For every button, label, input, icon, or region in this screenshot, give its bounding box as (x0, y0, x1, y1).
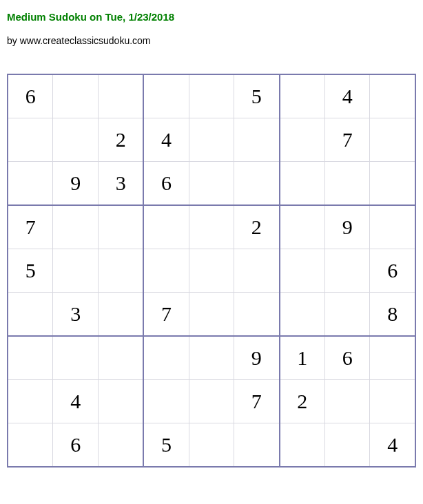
sudoku-cell[interactable] (325, 380, 370, 423)
sudoku-cell[interactable]: 6 (8, 74, 53, 118)
sudoku-cell[interactable]: 7 (325, 118, 370, 162)
sudoku-cell[interactable] (280, 74, 325, 118)
sudoku-cell[interactable] (234, 423, 280, 468)
sudoku-cell[interactable] (325, 293, 370, 337)
sudoku-cell[interactable] (143, 380, 189, 423)
sudoku-cell[interactable]: 9 (325, 205, 370, 249)
sudoku-cell[interactable] (280, 249, 325, 293)
sudoku-cell[interactable] (325, 249, 370, 293)
sudoku-cell[interactable]: 6 (325, 336, 370, 380)
sudoku-cell[interactable]: 6 (370, 249, 415, 293)
sudoku-cell[interactable] (325, 423, 370, 468)
sudoku-cell[interactable]: 7 (234, 380, 280, 423)
sudoku-cell[interactable] (143, 205, 189, 249)
sudoku-cell[interactable] (98, 293, 143, 337)
sudoku-cell[interactable] (8, 118, 53, 162)
sudoku-cell[interactable] (8, 423, 53, 468)
sudoku-cell[interactable] (189, 249, 234, 293)
sudoku-cell[interactable] (98, 380, 143, 423)
sudoku-cell[interactable] (143, 336, 189, 380)
sudoku-cell[interactable] (370, 336, 415, 380)
sudoku-cell[interactable] (98, 249, 143, 293)
sudoku-cell[interactable]: 4 (143, 118, 189, 162)
page-title: Medium Sudoku on Tue, 1/23/2018 (7, 11, 416, 23)
byline: by www.createclassicsudoku.com (7, 35, 416, 46)
sudoku-cell[interactable] (98, 205, 143, 249)
sudoku-cell[interactable] (280, 162, 325, 206)
sudoku-cell[interactable] (234, 118, 280, 162)
sudoku-cell[interactable] (370, 118, 415, 162)
sudoku-cell[interactable] (189, 205, 234, 249)
sudoku-cell[interactable] (370, 205, 415, 249)
sudoku-cell[interactable] (325, 162, 370, 206)
sudoku-cell[interactable] (53, 205, 98, 249)
sudoku-cell[interactable] (8, 293, 53, 337)
sudoku-cell[interactable] (8, 162, 53, 206)
sudoku-cell[interactable] (280, 293, 325, 337)
sudoku-cell[interactable] (53, 249, 98, 293)
sudoku-cell[interactable] (234, 293, 280, 337)
sudoku-cell[interactable]: 7 (8, 205, 53, 249)
sudoku-cell[interactable] (8, 336, 53, 380)
sudoku-cell[interactable] (370, 74, 415, 118)
sudoku-cell[interactable]: 4 (53, 380, 98, 423)
sudoku-cell[interactable]: 3 (53, 293, 98, 337)
sudoku-cell[interactable] (234, 249, 280, 293)
sudoku-cell[interactable] (234, 162, 280, 206)
sudoku-cell[interactable] (98, 423, 143, 468)
sudoku-cell[interactable]: 5 (234, 74, 280, 118)
sudoku-grid: 65424793672956378916472654 (7, 74, 416, 468)
sudoku-cell[interactable] (189, 118, 234, 162)
sudoku-cell[interactable] (189, 336, 234, 380)
sudoku-cell[interactable] (143, 74, 189, 118)
sudoku-cell[interactable]: 4 (325, 74, 370, 118)
sudoku-cell[interactable]: 5 (143, 423, 189, 468)
sudoku-cell[interactable]: 2 (280, 380, 325, 423)
sudoku-cell[interactable] (370, 162, 415, 206)
sudoku-cell[interactable] (280, 423, 325, 468)
sudoku-cell[interactable]: 4 (370, 423, 415, 468)
sudoku-cell[interactable]: 9 (53, 162, 98, 206)
sudoku-cell[interactable] (53, 118, 98, 162)
sudoku-cell[interactable]: 6 (53, 423, 98, 468)
sudoku-cell[interactable] (98, 336, 143, 380)
sudoku-cell[interactable] (53, 336, 98, 380)
sudoku-cell[interactable]: 8 (370, 293, 415, 337)
sudoku-cell[interactable] (143, 249, 189, 293)
sudoku-cell[interactable] (53, 74, 98, 118)
sudoku-cell[interactable]: 6 (143, 162, 189, 206)
sudoku-cell[interactable]: 1 (280, 336, 325, 380)
sudoku-cell[interactable] (370, 380, 415, 423)
sudoku-cell[interactable] (189, 74, 234, 118)
sudoku-cell[interactable]: 2 (234, 205, 280, 249)
sudoku-cell[interactable]: 9 (234, 336, 280, 380)
sudoku-cell[interactable] (189, 293, 234, 337)
sudoku-cell[interactable] (8, 380, 53, 423)
sudoku-cell[interactable]: 2 (98, 118, 143, 162)
sudoku-cell[interactable] (189, 423, 234, 468)
sudoku-cell[interactable]: 3 (98, 162, 143, 206)
sudoku-cell[interactable] (189, 380, 234, 423)
sudoku-cell[interactable] (189, 162, 234, 206)
sudoku-cell[interactable] (280, 205, 325, 249)
sudoku-cell[interactable] (280, 118, 325, 162)
sudoku-cell[interactable]: 7 (143, 293, 189, 337)
sudoku-cell[interactable]: 5 (8, 249, 53, 293)
sudoku-cell[interactable] (98, 74, 143, 118)
